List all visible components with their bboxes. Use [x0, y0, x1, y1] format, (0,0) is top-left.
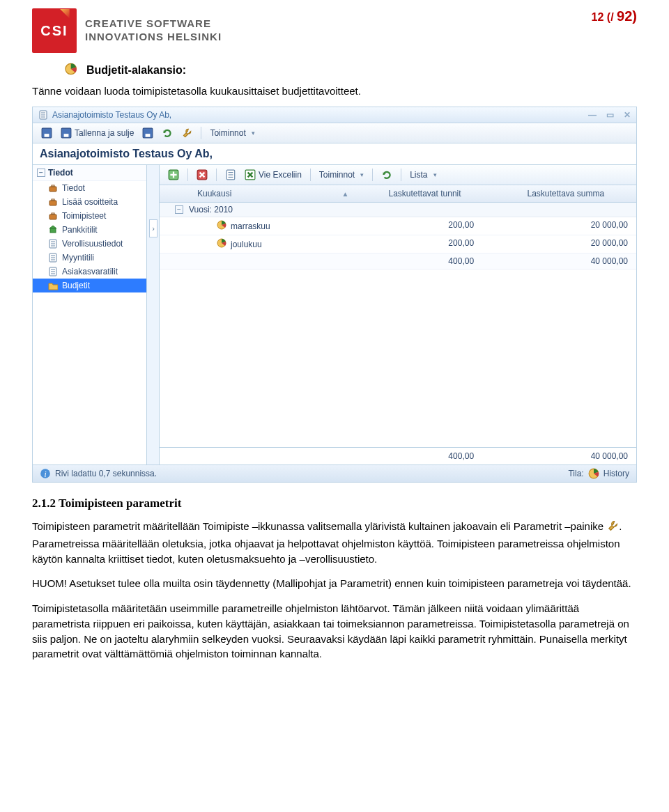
sidebar-item-label: Toimipisteet: [62, 211, 106, 221]
group-total-row: 400,00 40 000,00: [160, 253, 636, 270]
cell-sum: 20 000,00: [509, 217, 636, 235]
maximize-button[interactable]: ▭: [606, 110, 614, 120]
delete-button[interactable]: [194, 168, 210, 182]
save-button[interactable]: [38, 126, 55, 140]
wrench-button[interactable]: [178, 126, 195, 140]
app-window: Asianajotoimisto Testaus Oy Ab, — ▭ ✕ Ta…: [32, 107, 637, 483]
save-new-button[interactable]: [139, 126, 156, 140]
cell-month: marraskuu: [231, 221, 270, 231]
sidebar-item-verollisuustiedot[interactable]: Verollisuustiedot: [33, 237, 146, 251]
section-2-1-2-heading: 2.1.2 Toimipisteen parametrit: [32, 497, 637, 510]
sidebar-item-toimipisteet[interactable]: Toimipisteet: [33, 209, 146, 223]
copy-button[interactable]: [222, 168, 239, 182]
sidebar-item-label: Verollisuustiedot: [62, 239, 123, 249]
content-toolbar: Vie Exceliin Toiminnot Lista: [160, 165, 636, 185]
doc-icon: [48, 267, 58, 276]
content-actions-dropdown[interactable]: Toiminnot: [316, 169, 367, 181]
group-collapse-icon[interactable]: −: [175, 205, 183, 214]
grid-empty-area: [160, 270, 636, 447]
pie-icon: [217, 238, 226, 250]
group-total-hours: 400,00: [355, 253, 509, 269]
table-row[interactable]: marraskuu200,0020 000,00: [160, 217, 636, 235]
folder-icon: [64, 63, 79, 78]
doc-icon: [48, 253, 58, 263]
logo-abbrev: CSI: [40, 23, 68, 39]
sidebar-item-asiakasvaratilit[interactable]: Asiakasvaratilit: [33, 265, 146, 279]
brand-logo: CSI CREATIVE SOFTWARE INNOVATIONS HELSIN…: [32, 8, 222, 53]
window-title: Asianajotoimisto Testaus Oy Ab,: [52, 110, 171, 120]
save-and-close-button[interactable]: Tallenna ja sulje: [58, 126, 137, 140]
column-sum[interactable]: Laskutettava summa: [495, 185, 636, 202]
sidebar-item-budjetit[interactable]: Budjetit: [33, 279, 146, 292]
sidebar-item-label: Budjetit: [62, 281, 90, 290]
status-bar: Rivi ladattu 0,7 sekunnissa. Tila: Histo…: [33, 464, 636, 482]
footer-hours: 400,00: [355, 448, 509, 464]
cell-month: joulukuu: [231, 240, 262, 249]
logo-line1: CREATIVE SOFTWARE: [85, 17, 222, 31]
table-row[interactable]: joulukuu200,0020 000,00: [160, 235, 636, 253]
splitter[interactable]: ›: [147, 165, 160, 464]
refresh-content-button[interactable]: [378, 168, 395, 182]
sidebar-item-label: Tiedot: [62, 183, 85, 193]
window-doc-icon: [38, 110, 48, 120]
sidebar-item-label: Myyntitili: [62, 253, 94, 263]
cell-hours: 200,00: [355, 235, 509, 253]
sidebar-item-tiedot[interactable]: Tiedot: [33, 181, 146, 195]
sidebar-group-header[interactable]: − Tiedot: [33, 165, 146, 181]
column-hours[interactable]: Laskutettavat tunnit: [354, 185, 495, 202]
briefcase-icon: [48, 197, 58, 207]
history-icon: [588, 468, 599, 479]
collapse-toggle-icon[interactable]: −: [37, 169, 45, 177]
section2-paragraph-2: HUOM! Asetukset tulee olla muilta osin t…: [32, 576, 637, 591]
section2-paragraph-3: Toimipistetasolla määritetään useimmille…: [32, 601, 637, 662]
primary-toolbar: Tallenna ja sulje Toiminnot: [33, 123, 636, 143]
actions-dropdown[interactable]: Toiminnot: [207, 127, 257, 139]
section-heading: Budjetit-alakansio:: [86, 64, 186, 77]
window-titlebar: Asianajotoimisto Testaus Oy Ab, — ▭ ✕: [33, 107, 636, 123]
sidebar-item-lisaa[interactable]: Lisää osoitteita: [33, 195, 146, 209]
status-info-icon: [40, 468, 51, 479]
doc-icon: [48, 239, 58, 249]
briefcase-icon: [48, 183, 58, 193]
status-right-label: Tila:: [568, 469, 583, 478]
section2-paragraph-1: Toimipisteen parametrit määritellään Toi…: [32, 519, 637, 566]
list-dropdown[interactable]: Lista: [407, 169, 439, 181]
export-excel-button[interactable]: Vie Exceliin: [242, 168, 305, 182]
folder-icon: [48, 281, 58, 290]
wrench-icon: [606, 520, 619, 536]
sidebar-item-label: Lisää osoitteita: [62, 197, 118, 207]
group-total-sum: 40 000,00: [509, 253, 636, 269]
sort-asc-icon: ▲: [341, 190, 348, 198]
sidebar-item-label: Asiakasvaratilit: [62, 267, 118, 276]
pie-icon: [217, 220, 226, 232]
record-title: Asianajotoimisto Testaus Oy Ab,: [33, 143, 636, 165]
sidebar-item-label: Pankkitilit: [62, 225, 98, 235]
add-button[interactable]: [165, 168, 182, 182]
close-button[interactable]: ✕: [624, 110, 631, 120]
grid-header: Kuukausi ▲ Laskutettavat tunnit Laskutet…: [160, 185, 636, 203]
briefcase-icon: [48, 211, 58, 221]
page-number: 12 (/ 92): [592, 8, 637, 24]
column-month[interactable]: Kuukausi ▲: [192, 185, 354, 202]
sidebar-item-myyntitili[interactable]: Myyntitili: [33, 251, 146, 265]
intro-paragraph: Tänne voidaan luoda toimipistetasolla ku…: [32, 85, 637, 97]
minimize-button[interactable]: —: [588, 110, 597, 120]
bank-icon: [48, 225, 58, 235]
cell-hours: 200,00: [355, 217, 509, 235]
refresh-button[interactable]: [159, 126, 176, 140]
group-row-year[interactable]: − Vuosi: 2010: [160, 203, 636, 217]
status-right-value: History: [603, 469, 629, 478]
sidebar: − Tiedot TiedotLisää osoitteitaToimipist…: [33, 165, 147, 464]
sidebar-item-pankkitilit[interactable]: Pankkitilit: [33, 223, 146, 237]
splitter-grip-icon[interactable]: ›: [149, 219, 157, 237]
footer-sum: 40 000,00: [509, 448, 636, 464]
status-text: Rivi ladattu 0,7 sekunnissa.: [55, 469, 157, 478]
cell-sum: 20 000,00: [509, 235, 636, 253]
logo-line2: INNOVATIONS HELSINKI: [85, 31, 222, 44]
grid-footer-row: 400,00 40 000,00: [160, 447, 636, 464]
